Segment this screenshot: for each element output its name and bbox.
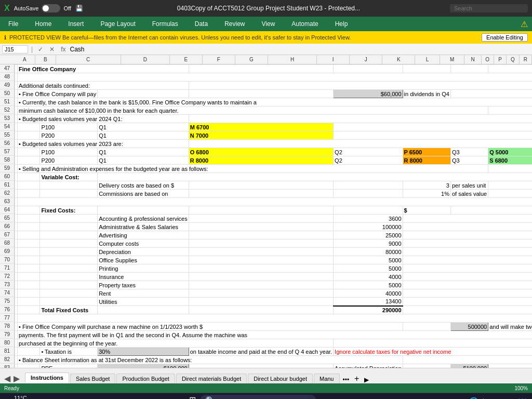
more-tabs-button[interactable]: ••• <box>343 376 350 383</box>
cell-59-rest[interactable] <box>488 165 532 173</box>
cell-62-d[interactable]: Commissions are based on <box>98 190 189 198</box>
cell-59-c[interactable]: • Selling and Administration expenses fo… <box>18 165 488 173</box>
ribbon-tab-insert[interactable]: Insert <box>64 18 88 30</box>
cell-73-b[interactable] <box>18 281 40 289</box>
cell-83-h[interactable]: $100,000 <box>450 364 488 368</box>
cell-71-b[interactable] <box>18 264 40 273</box>
formula-input[interactable] <box>70 46 530 53</box>
cell-reference-input[interactable] <box>2 45 28 54</box>
cell-47-f[interactable] <box>334 65 403 73</box>
cell-78-h[interactable]: 500000 <box>450 323 488 331</box>
cell-61-g[interactable]: 3 <box>403 181 450 190</box>
sheet-tab-direct-labour[interactable]: Direct Labour budget <box>248 374 313 383</box>
cell-67-f[interactable]: 25000 <box>334 231 403 240</box>
cell-58-f[interactable]: Q2 <box>334 156 403 165</box>
cell-67-c[interactable] <box>40 231 98 240</box>
cell-54-b[interactable] <box>18 123 40 131</box>
cell-57-g[interactable]: P 6500 <box>403 148 450 156</box>
cell-66-f[interactable]: 100000 <box>334 223 403 231</box>
cell-81-f[interactable]: Ignore calculate taxes for negative net … <box>334 348 532 356</box>
cell-60-b[interactable] <box>18 173 40 181</box>
word-taskbar-icon[interactable]: W <box>519 397 526 400</box>
cell-70-d[interactable]: Office Supplies <box>98 256 189 264</box>
cell-56-c[interactable]: • Budgeted sales volumes year 2023 are: <box>18 140 189 148</box>
cell-61-rest[interactable] <box>488 181 532 190</box>
cell-74-e[interactable] <box>189 289 333 298</box>
cell-58-h[interactable]: Q3 <box>450 156 488 165</box>
cell-62-rest[interactable] <box>488 190 532 198</box>
cell-69-c[interactable] <box>40 248 98 256</box>
cell-62-h[interactable]: of sales value <box>450 190 488 198</box>
cell-53-rest[interactable] <box>189 115 532 123</box>
grid-area[interactable]: Fine Office Company <box>15 64 532 368</box>
cell-75-rest[interactable] <box>403 298 532 306</box>
cell-50-rest[interactable] <box>450 90 532 98</box>
cell-69-f[interactable]: 80000 <box>334 248 403 256</box>
cell-73-d[interactable]: Property taxes <box>98 281 189 289</box>
cell-71-e[interactable] <box>189 264 333 273</box>
cell-75-b[interactable] <box>18 298 40 306</box>
cell-57-f[interactable]: Q2 <box>334 148 403 156</box>
cell-81-e[interactable]: on taxable income and paid at the end of… <box>189 348 333 356</box>
cell-49-rest[interactable] <box>189 82 532 90</box>
ribbon-tab-formulas[interactable]: Formulas <box>148 18 182 30</box>
cell-57-d[interactable]: Q1 <box>98 148 189 156</box>
cell-56-rest[interactable] <box>189 140 532 148</box>
ribbon-tab-automate[interactable]: Automate <box>287 18 322 30</box>
cell-62-c[interactable] <box>40 190 98 198</box>
cell-67-e[interactable] <box>189 231 333 240</box>
cell-64-f[interactable] <box>334 206 403 215</box>
scroll-tabs-left[interactable]: ◀ <box>4 374 10 383</box>
taskbar-search-bar[interactable]: 🔍 <box>200 395 316 399</box>
cell-68-b[interactable] <box>18 240 40 248</box>
cell-67-b[interactable] <box>18 231 40 240</box>
cell-61-f[interactable] <box>334 181 403 190</box>
ribbon-tab-pagelayout[interactable]: Page Layout <box>96 18 139 30</box>
cell-66-c[interactable] <box>40 223 98 231</box>
ribbon-tab-help[interactable]: Help <box>331 18 352 30</box>
cell-65-c[interactable] <box>40 215 98 223</box>
cell-75-f[interactable]: 13400 <box>334 298 403 306</box>
cell-54-rest[interactable] <box>334 123 532 131</box>
cell-76-c[interactable]: Total Fixed Costs <box>40 306 98 314</box>
excel-taskbar-icon[interactable]: ✕ <box>510 397 516 400</box>
cell-70-f[interactable]: 5000 <box>334 256 403 264</box>
cell-57-e[interactable]: O 6800 <box>189 148 333 156</box>
cell-64-d[interactable] <box>98 206 189 215</box>
cell-57-i[interactable]: Q 5000 <box>488 148 532 156</box>
cell-74-d[interactable]: Rent <box>98 289 189 298</box>
taskbar-windows-icon[interactable]: ⊞ <box>460 397 466 400</box>
cell-76-d[interactable] <box>98 306 189 314</box>
ribbon-tab-data[interactable]: Data <box>191 18 212 30</box>
cell-80-c[interactable]: purchased at the beginning of the year. <box>18 339 334 348</box>
cell-65-e[interactable] <box>189 215 333 223</box>
cell-67-d[interactable]: Advertising <box>98 231 189 240</box>
cell-54-e[interactable]: M 6700 <box>189 123 333 131</box>
cell-73-c[interactable] <box>40 281 98 289</box>
taskbar-search-input[interactable] <box>218 397 311 400</box>
cell-47-h[interactable] <box>450 65 488 73</box>
sheet-tab-production-budget[interactable]: Production Budget <box>116 374 175 383</box>
cell-57-c[interactable]: P100 <box>40 148 98 156</box>
cell-69-b[interactable] <box>18 248 40 256</box>
cell-82-rest[interactable] <box>403 356 532 364</box>
cell-74-b[interactable] <box>18 289 40 298</box>
cell-64-g[interactable]: $ <box>403 206 450 215</box>
cell-70-e[interactable] <box>189 256 333 264</box>
cell-71-g[interactable] <box>403 264 532 273</box>
cell-78-g[interactable] <box>403 323 450 331</box>
cell-75-d[interactable]: Utilities <box>98 298 189 306</box>
cell-83-rest[interactable] <box>488 364 532 368</box>
cell-66-b[interactable] <box>18 223 40 231</box>
cell-47-g[interactable] <box>403 65 450 73</box>
cell-69-rest[interactable] <box>403 248 532 256</box>
cell-66-e[interactable] <box>189 223 333 231</box>
cell-64-b[interactable] <box>18 206 40 215</box>
ribbon-tab-view[interactable]: View <box>258 18 280 30</box>
cell-83-c[interactable]: PPE <box>40 364 98 368</box>
cell-52-c[interactable]: minimum cash balance of $10,000 in the b… <box>18 107 488 115</box>
cell-73-e[interactable] <box>189 281 333 289</box>
taskbar-app-blue[interactable]: ◎ <box>500 397 507 400</box>
cell-50-e[interactable] <box>189 90 333 98</box>
cell-74-f[interactable]: 40000 <box>334 289 403 298</box>
